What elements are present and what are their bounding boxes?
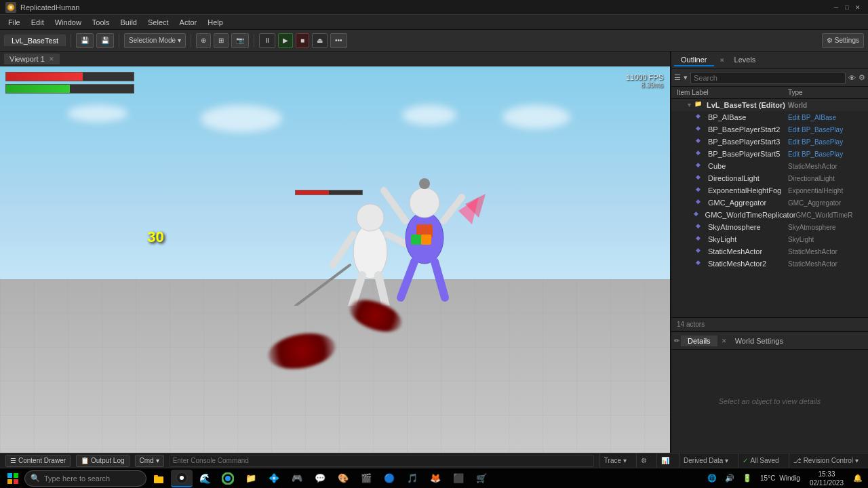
fps-counter: 11000 FPS 8.39ms: [626, 73, 663, 89]
taskbar-app-ue5[interactable]: [171, 470, 193, 487]
list-item[interactable]: ◆ SkyLight SkyLight: [671, 233, 868, 245]
menu-build[interactable]: Build: [115, 17, 142, 28]
stop-button[interactable]: ■: [296, 33, 309, 48]
network-icon[interactable]: 🌐: [705, 471, 719, 486]
tab-details[interactable]: Details: [681, 336, 717, 346]
tab-outliner[interactable]: Outliner: [674, 54, 714, 66]
close-button[interactable]: ✕: [853, 3, 863, 12]
start-button[interactable]: [3, 470, 23, 487]
filter-icon[interactable]: ▾: [684, 73, 688, 82]
outliner-tab-close[interactable]: ✕: [719, 57, 725, 64]
list-item[interactable]: ◆ DirectionalLight DirectionalLight: [671, 172, 868, 184]
taskbar-app-terminal[interactable]: ⬛: [448, 470, 469, 487]
settings-button[interactable]: ⚙ Settings: [822, 33, 864, 48]
snap-button[interactable]: ⊞: [214, 33, 229, 48]
player-character: [296, 204, 408, 306]
tab-levels[interactable]: Levels: [728, 54, 763, 66]
settings-icon-status[interactable]: ⚙: [636, 453, 651, 468]
taskbar-app-edge[interactable]: 🌊: [194, 470, 216, 487]
taskbar-app-blender[interactable]: 🔵: [378, 470, 400, 487]
menu-tools[interactable]: Tools: [87, 17, 115, 28]
list-item[interactable]: ◆ StaticMeshActor2 StaticMeshActor: [671, 258, 868, 270]
list-item[interactable]: ◆ BP_BasePlayerStart5 Edit BP_BasePlay: [671, 148, 868, 160]
edit-link[interactable]: Edit BP_BasePlay: [788, 150, 863, 158]
chart-icon-status[interactable]: 📊: [656, 453, 673, 468]
save-all-button[interactable]: 💾: [96, 33, 114, 48]
minimize-button[interactable]: ─: [831, 3, 841, 12]
notification-icon[interactable]: 🔔: [850, 471, 865, 486]
tab-world-settings[interactable]: World Settings: [728, 336, 790, 346]
hud: [5, 72, 134, 96]
taskbar-app-music[interactable]: 🎵: [401, 470, 423, 487]
outliner-search-input[interactable]: [690, 72, 846, 84]
all-saved-status[interactable]: ✓ All Saved: [738, 453, 783, 468]
taskbar-app-discord[interactable]: 💬: [309, 470, 331, 487]
pause-button[interactable]: ⏸: [259, 33, 275, 48]
content-drawer-button[interactable]: ☰ Content Drawer: [5, 455, 71, 467]
list-item[interactable]: ◆ GMC_WorldTimeReplicator GMC_WorldTimeR: [671, 209, 868, 221]
view-options-icon[interactable]: ☰: [674, 73, 681, 82]
taskbar-app-files[interactable]: 📁: [240, 470, 262, 487]
trace-status[interactable]: Trace ▾: [599, 453, 631, 468]
taskbar-app-store[interactable]: 🛒: [471, 470, 492, 487]
save-current-button[interactable]: 💾: [76, 33, 94, 48]
svg-line-17: [443, 197, 462, 221]
menu-actor[interactable]: Actor: [174, 17, 203, 28]
taskbar-app-chrome[interactable]: [217, 470, 239, 487]
menu-file[interactable]: File: [3, 17, 26, 28]
viewport-tab[interactable]: Viewport 1 ✕: [4, 54, 60, 64]
svg-rect-22: [7, 473, 12, 478]
list-item[interactable]: ◆ BP_BasePlayerStart2 Edit BP_BasePlay: [671, 123, 868, 136]
cmd-button[interactable]: Cmd ▾: [135, 455, 164, 467]
taskbar-app-steam[interactable]: 🎮: [286, 470, 308, 487]
bottombar: ☰ Content Drawer 📋 Output Log Cmd ▾ Trac…: [0, 453, 868, 468]
outliner-list: ▼ 📁 LvL_BaseTest (Editor) World ◆ BP_AIB…: [671, 99, 868, 317]
derived-data-status[interactable]: Derived Data ▾: [679, 453, 732, 468]
output-log-button[interactable]: 📋 Output Log: [76, 455, 129, 467]
svg-point-31: [225, 476, 231, 481]
list-item[interactable]: ◆ ExponentialHeightFog ExponentialHeight: [671, 184, 868, 197]
edit-link[interactable]: Edit BP_AIBase: [788, 114, 863, 121]
list-item-world[interactable]: ▼ 📁 LvL_BaseTest (Editor) World: [671, 99, 868, 111]
pencil-icon: ✏: [674, 337, 679, 344]
taskbar-app-explorer[interactable]: [148, 470, 170, 487]
camera-button[interactable]: 📷: [231, 33, 249, 48]
menu-edit[interactable]: Edit: [26, 17, 50, 28]
taskbar-search-box[interactable]: 🔍 Type here to search: [24, 470, 146, 487]
list-item[interactable]: ◆ Cube StaticMeshActor: [671, 160, 868, 172]
taskbar-app-vs[interactable]: 💠: [263, 470, 285, 487]
item-type: GMC_WorldTimeR: [795, 211, 863, 219]
play-button[interactable]: ▶: [278, 33, 293, 48]
taskbar-app-browser2[interactable]: 🦊: [425, 470, 446, 487]
list-item[interactable]: ◆ BP_BasePlayerStart3 Edit BP_BasePlay: [671, 136, 868, 148]
list-item[interactable]: ◆ BP_AIBase Edit BP_AIBase: [671, 111, 868, 123]
viewport-tab-close[interactable]: ✕: [49, 56, 54, 62]
maximize-button[interactable]: □: [842, 3, 852, 12]
edit-link[interactable]: Edit BP_BasePlay: [788, 126, 863, 134]
volume-icon[interactable]: 🔊: [722, 471, 737, 486]
eject-button[interactable]: ⏏: [312, 33, 328, 48]
console-input[interactable]: [170, 455, 594, 467]
more-button[interactable]: •••: [330, 33, 347, 48]
eye-icon[interactable]: 👁: [848, 74, 856, 82]
item-type: SkyLight: [788, 236, 863, 243]
battery-icon[interactable]: 🔋: [740, 471, 755, 486]
taskbar-app-premiere[interactable]: 🎬: [355, 470, 377, 487]
list-item[interactable]: ◆ SkyAtmosphere SkyAtmosphere: [671, 221, 868, 233]
edit-link[interactable]: Edit BP_BasePlay: [788, 138, 863, 146]
viewport[interactable]: 11000 FPS 8.39ms 30: [0, 66, 670, 453]
list-item[interactable]: ◆ GMC_Aggregator GMC_Aggregator: [671, 197, 868, 209]
revision-control-status[interactable]: ⎇ Revision Control ▾: [789, 453, 863, 468]
mode-dropdown[interactable]: Selection Mode ▾: [124, 33, 186, 48]
options-icon[interactable]: ⚙: [859, 73, 865, 82]
taskbar-app-photoshop[interactable]: 🎨: [332, 470, 354, 487]
project-tab[interactable]: LvL_BaseTest: [4, 35, 66, 46]
menu-select[interactable]: Select: [142, 17, 174, 28]
details-tab-close[interactable]: ✕: [722, 338, 727, 344]
system-clock[interactable]: 15:33 02/11/2023: [806, 470, 848, 487]
list-item[interactable]: ◆ StaticMeshActor StaticMeshActor: [671, 245, 868, 258]
menu-help[interactable]: Help: [202, 17, 229, 28]
menu-window[interactable]: Window: [50, 17, 87, 28]
item-name: Cube: [708, 162, 788, 170]
transform-button[interactable]: ⊕: [196, 33, 211, 48]
